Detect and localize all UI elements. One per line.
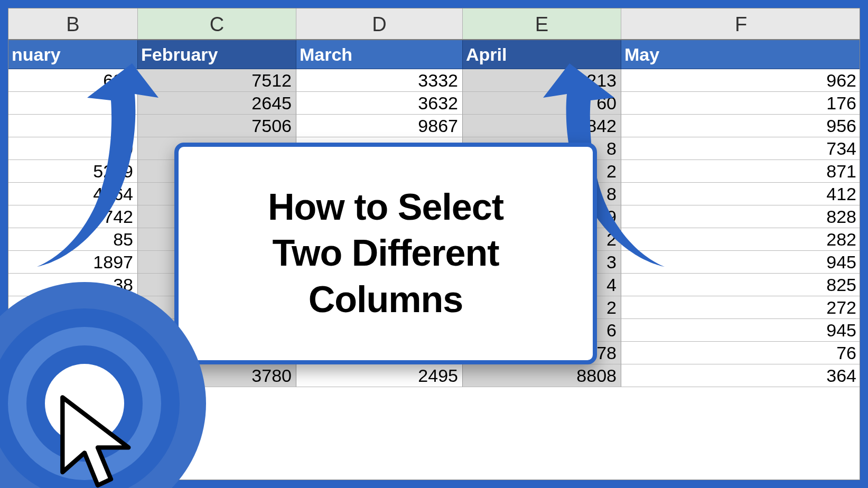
title-line-3: Columns <box>309 279 463 320</box>
month-header-february[interactable]: February <box>138 40 296 69</box>
cell-d-0[interactable]: 3332 <box>296 69 463 92</box>
cell-f-13[interactable]: 364 <box>621 364 860 387</box>
cell-c-0[interactable]: 7512 <box>138 69 296 92</box>
title-line-2: Two Different <box>272 232 499 274</box>
cursor-badge <box>0 282 206 488</box>
frame: B C D E F nuary February March April May… <box>0 0 868 488</box>
arrow-left-icon <box>21 53 158 280</box>
month-header-march[interactable]: March <box>296 40 463 69</box>
cell-f-12[interactable]: 76 <box>621 342 860 364</box>
column-header-c[interactable]: C <box>138 8 296 39</box>
title-card: How to Select Two Different Columns <box>174 143 597 364</box>
cell-c-1[interactable]: 2645 <box>138 92 296 115</box>
cell-d-1[interactable]: 3632 <box>296 92 463 115</box>
cursor-icon <box>53 393 143 488</box>
cell-d-2[interactable]: 9867 <box>296 115 463 137</box>
column-header-b[interactable]: B <box>8 8 138 39</box>
cell-d-13[interactable]: 2495 <box>296 364 463 387</box>
column-header-f[interactable]: F <box>621 8 860 39</box>
title-text: How to Select Two Different Columns <box>268 184 503 323</box>
cell-e-13[interactable]: 8808 <box>463 364 621 387</box>
cell-f-11[interactable]: 945 <box>621 319 860 342</box>
column-header-e[interactable]: E <box>463 8 621 39</box>
cell-c-2[interactable]: 7506 <box>138 115 296 137</box>
column-header-row: B C D E F <box>8 8 860 40</box>
column-header-d[interactable]: D <box>296 8 463 39</box>
cell-f-10[interactable]: 272 <box>621 296 860 319</box>
title-line-1: How to Select <box>268 186 503 228</box>
